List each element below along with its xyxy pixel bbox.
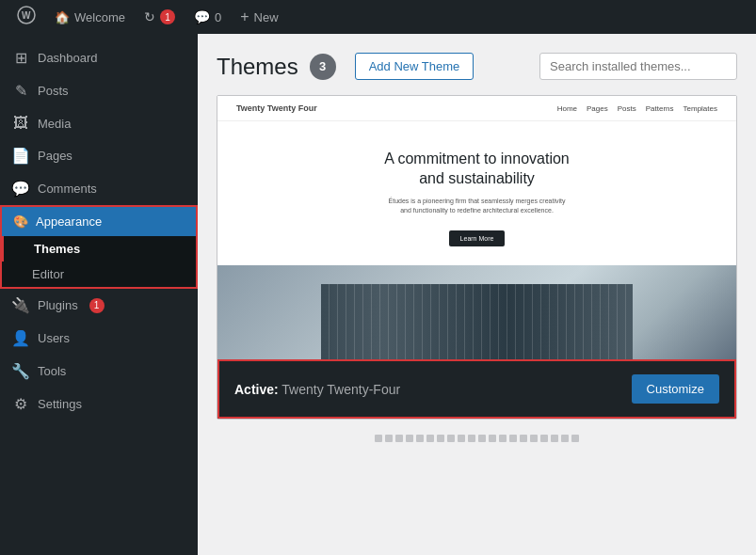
- sidebar-label-media: Media: [38, 117, 71, 131]
- pagination-dot-20: [571, 435, 579, 442]
- mock-learn-more-btn: Learn More: [449, 230, 506, 246]
- sidebar-label-plugins: Plugins: [38, 298, 78, 312]
- pagination-dot-3: [395, 435, 403, 442]
- appearance-section: 🎨 Appearance Themes Editor: [0, 205, 198, 289]
- mock-nav-templates: Templates: [684, 104, 717, 113]
- pagination-dot-6: [426, 435, 434, 442]
- mock-nav-pages: Pages: [587, 104, 608, 113]
- users-icon: 👤: [11, 329, 30, 347]
- pagination-dot-17: [540, 435, 548, 442]
- dashboard-icon: ⊞: [11, 49, 30, 67]
- content-area: Themes 3 Add New Theme Twenty Twenty Fou…: [198, 34, 756, 555]
- sidebar-item-pages[interactable]: 📄 Pages: [0, 139, 198, 172]
- mock-nav-home: Home: [557, 104, 577, 113]
- pagination-dot-14: [509, 435, 517, 442]
- mock-nav-links: Home Pages Posts Patterns Templates: [557, 104, 717, 113]
- pagination-dot-13: [499, 435, 507, 442]
- pagination-dot-7: [437, 435, 444, 442]
- sidebar-item-posts[interactable]: ✎ Posts: [0, 74, 198, 107]
- sidebar-label-tools: Tools: [38, 364, 66, 378]
- mock-nav-patterns: Patterns: [646, 104, 674, 113]
- sidebar-item-users[interactable]: 👤 Users: [0, 322, 198, 355]
- sidebar-label-dashboard: Dashboard: [38, 51, 98, 65]
- admin-bar: W 🏠 Welcome ↻ 1 💬 0 + New: [0, 0, 756, 34]
- main-layout: ⊞ Dashboard ✎ Posts 🖼 Media 📄 Pages 💬 Co…: [0, 34, 756, 555]
- pagination-dot-10: [468, 435, 475, 442]
- home-label: Welcome: [74, 10, 125, 24]
- pagination-dot-4: [406, 435, 413, 442]
- theme-mockup: Twenty Twenty Four Home Pages Posts Patt…: [217, 96, 736, 359]
- pages-icon: 📄: [11, 147, 30, 165]
- sidebar-item-editor[interactable]: Editor: [2, 262, 196, 287]
- wp-logo-button[interactable]: W: [8, 0, 45, 34]
- sidebar-item-plugins[interactable]: 🔌 Plugins 1: [0, 289, 198, 322]
- pagination-dot-1: [375, 435, 382, 442]
- home-icon: 🏠: [55, 10, 70, 24]
- mock-image: [217, 265, 736, 359]
- sidebar-item-appearance[interactable]: 🎨 Appearance: [2, 207, 196, 236]
- new-label: New: [254, 10, 279, 24]
- appearance-icon: 🎨: [13, 214, 28, 229]
- plugins-icon: 🔌: [11, 296, 30, 314]
- sidebar-item-tools[interactable]: 🔧 Tools: [0, 355, 198, 388]
- pagination-dot-12: [489, 435, 496, 442]
- theme-active-label: Active: Twenty Twenty-Four: [234, 382, 400, 397]
- pagination-dot-18: [551, 435, 558, 442]
- mock-hero: A commitment to innovationand sustainabi…: [217, 121, 736, 265]
- comments-icon: 💬: [194, 9, 210, 24]
- sidebar-label-users: Users: [38, 331, 70, 345]
- add-new-theme-button[interactable]: Add New Theme: [355, 53, 475, 80]
- tools-icon: 🔧: [11, 362, 30, 380]
- comments-count: 0: [215, 10, 221, 24]
- mock-hero-sub: Études is a pioneering firm that seamles…: [255, 197, 699, 216]
- pagination-dot-11: [478, 435, 486, 442]
- plugins-badge: 1: [89, 298, 105, 313]
- comments-button[interactable]: 💬 0: [185, 0, 231, 34]
- theme-footer: Active: Twenty Twenty-Four Customize: [217, 359, 736, 419]
- customize-button[interactable]: Customize: [632, 374, 719, 404]
- pagination-dot-19: [561, 435, 569, 442]
- active-prefix: Active:: [234, 382, 279, 397]
- sidebar-item-media[interactable]: 🖼 Media: [0, 107, 198, 139]
- plus-icon: +: [240, 8, 249, 25]
- updates-icon: ↻: [144, 9, 155, 24]
- wp-logo-icon: W: [17, 6, 36, 29]
- mock-nav: Twenty Twenty Four Home Pages Posts Patt…: [217, 96, 736, 121]
- comments-sidebar-icon: 💬: [11, 180, 30, 198]
- sidebar-item-comments[interactable]: 💬 Comments: [0, 172, 198, 205]
- sidebar-label-posts: Posts: [38, 84, 69, 98]
- sidebar-item-settings[interactable]: ⚙ Settings: [0, 388, 198, 420]
- mock-hero-title: A commitment to innovationand sustainabi…: [255, 150, 699, 189]
- sidebar-item-dashboard[interactable]: ⊞ Dashboard: [0, 41, 198, 74]
- sidebar-label-settings: Settings: [38, 397, 82, 411]
- pagination-dot-8: [447, 435, 455, 442]
- active-theme-card: Twenty Twenty Four Home Pages Posts Patt…: [217, 95, 737, 420]
- updates-button[interactable]: ↻ 1: [135, 0, 185, 34]
- sidebar-label-pages: Pages: [38, 149, 72, 163]
- pagination-dot-15: [520, 435, 527, 442]
- home-button[interactable]: 🏠 Welcome: [45, 0, 135, 34]
- sidebar-label-appearance: Appearance: [36, 214, 102, 229]
- appearance-submenu: Themes Editor: [2, 236, 196, 287]
- svg-text:W: W: [22, 10, 31, 21]
- theme-count-badge: 3: [310, 54, 336, 80]
- pagination: [217, 435, 737, 452]
- mock-nav-posts: Posts: [618, 104, 636, 113]
- mock-nav-logo: Twenty Twenty Four: [236, 103, 317, 113]
- page-title: Themes: [217, 54, 298, 80]
- sidebar-label-comments: Comments: [38, 182, 97, 196]
- pagination-dot-9: [458, 435, 465, 442]
- search-themes-input[interactable]: [539, 53, 737, 80]
- sidebar-item-themes[interactable]: Themes: [2, 236, 196, 262]
- media-icon: 🖼: [11, 115, 30, 132]
- content-header: Themes 3 Add New Theme: [217, 53, 737, 80]
- pagination-dot-5: [416, 435, 424, 442]
- theme-preview: Twenty Twenty Four Home Pages Posts Patt…: [217, 96, 736, 359]
- pagination-dot-16: [530, 435, 538, 442]
- active-theme-name: Twenty Twenty-Four: [281, 382, 400, 397]
- settings-icon: ⚙: [11, 395, 30, 413]
- pagination-dot-2: [385, 435, 393, 442]
- sidebar: ⊞ Dashboard ✎ Posts 🖼 Media 📄 Pages 💬 Co…: [0, 34, 198, 555]
- posts-icon: ✎: [11, 82, 30, 100]
- new-content-button[interactable]: + New: [231, 0, 287, 34]
